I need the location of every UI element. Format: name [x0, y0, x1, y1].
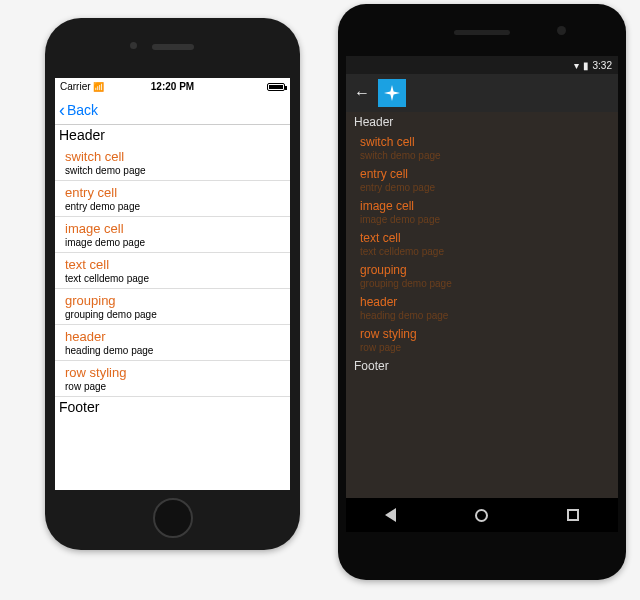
list-item-detail: text celldemo page — [360, 246, 604, 257]
list-item-title: header — [65, 329, 280, 344]
list-item-detail: text celldemo page — [65, 273, 280, 284]
list-item-title: image cell — [65, 221, 280, 236]
list-item-title: entry cell — [65, 185, 280, 200]
list-item-title: text cell — [65, 257, 280, 272]
android-screen: ▾ ▮ 3:32 ← Header switch cell switch dem… — [346, 56, 618, 532]
android-status-bar: ▾ ▮ 3:32 — [346, 56, 618, 74]
list-item[interactable]: header heading demo page — [346, 292, 618, 324]
android-app-bar: ← — [346, 74, 618, 112]
list-item-title: grouping — [65, 293, 280, 308]
list-item-title: image cell — [360, 199, 604, 213]
list-item-detail: switch demo page — [65, 165, 280, 176]
wifi-icon: ▾ — [574, 60, 579, 71]
list-item[interactable]: header heading demo page — [55, 325, 290, 361]
list-item[interactable]: switch cell switch demo page — [55, 145, 290, 181]
iphone-camera — [130, 42, 137, 49]
chevron-left-icon: ‹ — [59, 101, 65, 119]
list-item[interactable]: row styling row page — [55, 361, 290, 397]
list-item-title: grouping — [360, 263, 604, 277]
list-item[interactable]: entry cell entry demo page — [55, 181, 290, 217]
home-button[interactable] — [153, 498, 193, 538]
iphone-screen: Carrier 12:20 PM ‹ Back Header switch ce… — [55, 78, 290, 490]
android-front-camera — [557, 26, 566, 35]
list-item-detail: heading demo page — [65, 345, 280, 356]
android-back-button[interactable] — [385, 508, 396, 522]
android-listview: switch cell switch demo page entry cell … — [346, 132, 618, 356]
list-item-detail: entry demo page — [65, 201, 280, 212]
battery-icon: ▮ — [583, 60, 589, 71]
list-item[interactable]: switch cell switch demo page — [346, 132, 618, 164]
list-item-title: switch cell — [65, 149, 280, 164]
list-item-detail: row page — [360, 342, 604, 353]
list-item-detail: image demo page — [65, 237, 280, 248]
iphone-device-frame: Carrier 12:20 PM ‹ Back Header switch ce… — [45, 18, 300, 550]
android-device-frame: ▾ ▮ 3:32 ← Header switch cell switch dem… — [338, 4, 626, 580]
ios-clock: 12:20 PM — [55, 81, 290, 92]
list-item-title: row styling — [65, 365, 280, 380]
list-item[interactable]: image cell image demo page — [55, 217, 290, 253]
list-item[interactable]: image cell image demo page — [346, 196, 618, 228]
list-item[interactable]: row styling row page — [346, 324, 618, 356]
list-item-detail: heading demo page — [360, 310, 604, 321]
list-footer: Footer — [55, 397, 290, 417]
back-button[interactable]: ‹ Back — [59, 101, 98, 119]
list-header: Header — [346, 112, 618, 132]
list-header: Header — [55, 125, 290, 145]
android-nav-bar — [346, 498, 618, 532]
list-item-detail: row page — [65, 381, 280, 392]
list-item-detail: grouping demo page — [360, 278, 604, 289]
battery-icon — [267, 83, 285, 91]
list-item[interactable]: grouping grouping demo page — [55, 289, 290, 325]
iphone-speaker — [152, 44, 194, 50]
list-item-title: entry cell — [360, 167, 604, 181]
list-item-detail: image demo page — [360, 214, 604, 225]
ios-navigation-bar: ‹ Back — [55, 95, 290, 125]
list-item[interactable]: entry cell entry demo page — [346, 164, 618, 196]
ios-listview: switch cell switch demo page entry cell … — [55, 145, 290, 397]
list-item-title: switch cell — [360, 135, 604, 149]
list-item[interactable]: grouping grouping demo page — [346, 260, 618, 292]
back-label: Back — [67, 102, 98, 118]
list-item[interactable]: text cell text celldemo page — [346, 228, 618, 260]
list-item[interactable]: text cell text celldemo page — [55, 253, 290, 289]
android-recent-button[interactable] — [567, 509, 579, 521]
list-footer: Footer — [346, 356, 618, 376]
ios-status-bar: Carrier 12:20 PM — [55, 78, 290, 95]
back-arrow-icon[interactable]: ← — [354, 84, 370, 102]
list-item-title: row styling — [360, 327, 604, 341]
list-item-title: text cell — [360, 231, 604, 245]
android-clock: 3:32 — [593, 60, 612, 71]
xamarin-logo-icon — [378, 79, 406, 107]
list-item-title: header — [360, 295, 604, 309]
list-item-detail: grouping demo page — [65, 309, 280, 320]
list-item-detail: entry demo page — [360, 182, 604, 193]
android-home-button[interactable] — [475, 509, 488, 522]
list-item-detail: switch demo page — [360, 150, 604, 161]
android-earpiece — [454, 30, 510, 35]
